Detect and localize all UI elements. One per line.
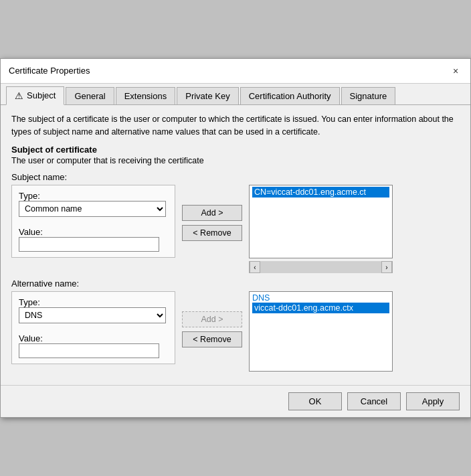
alt-name-left: Type: DNS IP Address URI Email UPN Value… (11, 291, 175, 364)
subject-value-label: Value: (19, 227, 43, 237)
subject-of-cert-desc: The user or computer that is receiving t… (11, 156, 460, 165)
tab-extensions-label: Extensions (124, 91, 167, 101)
subject-name-entry: CN=viccat-ddc01.eng.acme.ct (252, 187, 389, 197)
subject-remove-button[interactable]: < Remove (182, 225, 242, 241)
tab-subject-label: Subject (27, 90, 56, 100)
subject-name-buttons: Add > < Remove (182, 205, 242, 241)
window-title: Certificate Properties (9, 66, 90, 76)
tab-extensions[interactable]: Extensions (116, 87, 176, 104)
subject-add-button[interactable]: Add > (182, 205, 242, 221)
subject-type-label: Type: (19, 191, 40, 201)
warning-icon: ⚠ (15, 90, 23, 101)
alt-type-label: Type: (19, 297, 40, 307)
subject-name-section-label: Subject name: (11, 172, 460, 182)
alt-value-label: Value: (19, 333, 43, 343)
scroll-track (260, 261, 381, 273)
subject-name-form: Type: Common name Organization Organizat… (11, 185, 175, 258)
scroll-right-arrow[interactable]: › (381, 261, 392, 273)
alt-value-input[interactable] (19, 343, 159, 358)
tab-general[interactable]: General (66, 87, 114, 104)
tab-private-key[interactable]: Private Key (177, 87, 238, 104)
tab-signature-label: Signature (350, 91, 387, 101)
alt-name-row: Type: DNS IP Address URI Email UPN Value… (11, 291, 460, 372)
info-paragraph: The subject of a certificate is the user… (11, 113, 460, 139)
subject-of-cert-label: Subject of certificate (11, 145, 460, 155)
subject-name-list[interactable]: CN=viccat-ddc01.eng.acme.ct (249, 185, 393, 258)
close-button[interactable]: × (449, 64, 462, 78)
tab-cert-authority[interactable]: Certification Authority (240, 87, 340, 104)
alt-name-list[interactable]: DNS viccat-ddc01.eng.acme.ctx (249, 291, 393, 372)
tab-signature[interactable]: Signature (341, 87, 396, 104)
alt-name-form: Type: DNS IP Address URI Email UPN Value… (11, 291, 175, 364)
alt-name-right: DNS viccat-ddc01.eng.acme.ctx (249, 291, 460, 372)
cancel-button[interactable]: Cancel (347, 392, 401, 410)
tab-general-label: General (74, 91, 105, 101)
scroll-left-arrow[interactable]: ‹ (250, 261, 260, 273)
alt-name-section-label: Alternative name: (11, 279, 460, 289)
subject-name-scrollbar: ‹ › (249, 261, 393, 273)
alt-remove-button[interactable]: < Remove (182, 331, 242, 347)
subject-type-select[interactable]: Common name Organization Organizational … (19, 201, 166, 217)
tab-cert-authority-label: Certification Authority (249, 91, 331, 101)
alt-name-buttons: Add > < Remove (182, 311, 242, 347)
apply-button[interactable]: Apply (406, 392, 460, 410)
dialog-footer: OK Cancel Apply (1, 385, 470, 417)
alt-type-select[interactable]: DNS IP Address URI Email UPN (19, 307, 166, 323)
tab-content: The subject of a certificate is the user… (1, 105, 470, 386)
certificate-properties-dialog: Certificate Properties × ⚠ Subject Gener… (0, 58, 471, 418)
title-bar: Certificate Properties × (1, 59, 470, 84)
alt-add-button[interactable]: Add > (182, 311, 242, 327)
ok-button[interactable]: OK (288, 392, 342, 410)
subject-name-left: Type: Common name Organization Organizat… (11, 185, 175, 258)
tab-bar: ⚠ Subject General Extensions Private Key… (1, 84, 470, 105)
subject-value-input[interactable] (19, 237, 159, 252)
tab-private-key-label: Private Key (185, 91, 229, 101)
tab-subject[interactable]: ⚠ Subject (6, 86, 64, 105)
subject-name-row: Type: Common name Organization Organizat… (11, 185, 460, 273)
subject-name-right: CN=viccat-ddc01.eng.acme.ct ‹ › (249, 185, 460, 273)
alt-dns-value-entry: viccat-ddc01.eng.acme.ctx (252, 303, 389, 313)
alt-dns-type-label: DNS (252, 293, 389, 303)
